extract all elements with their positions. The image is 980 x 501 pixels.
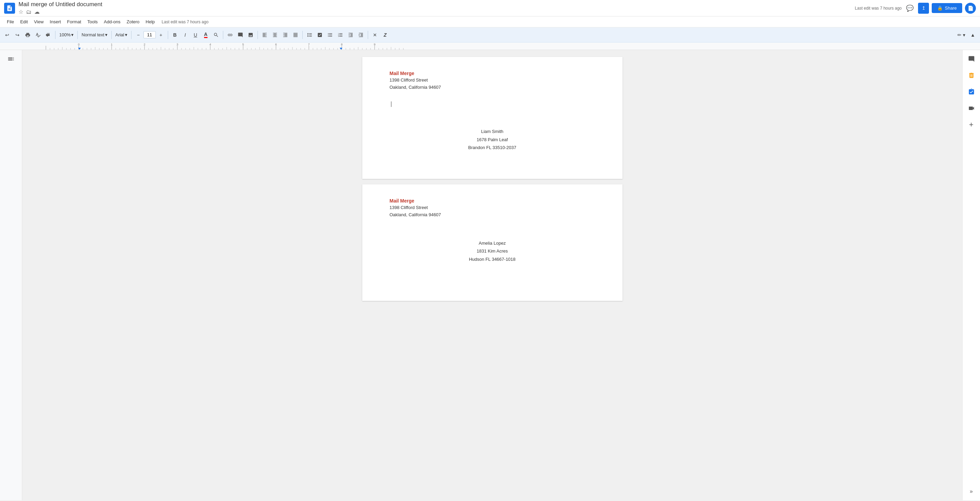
menu-format[interactable]: Format <box>64 18 84 26</box>
menu-tools[interactable]: Tools <box>84 18 100 26</box>
font-value: Arial <box>115 32 124 37</box>
italic-button[interactable]: I <box>181 30 190 40</box>
top-right-actions: Last edit was 7 hours ago 💬 ↥ 🔒 Share 📄 <box>855 3 976 14</box>
divider-7 <box>258 31 258 39</box>
align-right-button[interactable] <box>281 30 290 40</box>
spell-check-button[interactable] <box>33 30 43 40</box>
zoom-value: 100% <box>59 32 70 37</box>
menu-view[interactable]: View <box>31 18 46 26</box>
paragraph-style-value: Normal text <box>81 32 104 37</box>
app-icon[interactable] <box>4 3 15 14</box>
share-button[interactable]: 🔒 Share <box>932 3 962 13</box>
page2-sender-address-1: 1398 Clifford Street <box>390 204 595 211</box>
page2-recipient-name: Amelia Lopez <box>390 239 595 247</box>
title-icons: ☆ 🗂 ☁ <box>19 9 851 15</box>
print-button[interactable] <box>23 30 32 40</box>
page1-sender-address-1: 1398 Clifford Street <box>390 77 595 84</box>
main-layout: Mail Merge 1398 Clifford Street Oakland,… <box>0 50 980 500</box>
undo-button[interactable]: ↩ <box>3 30 12 40</box>
editing-mode-button[interactable]: ✏ ▾ <box>956 30 967 40</box>
paragraph-style-dropdown[interactable]: Normal text ▾ <box>80 30 108 40</box>
page2-sender-address-2: Oakland, California 94607 <box>390 211 595 219</box>
decrease-font-button[interactable]: − <box>134 30 143 40</box>
page1-sender-name: Mail Merge <box>390 70 595 76</box>
highlight-button[interactable] <box>212 30 221 40</box>
outline-icon[interactable] <box>5 53 17 65</box>
zoom-dropdown[interactable]: 100% ▾ <box>58 30 75 40</box>
indent-increase-button[interactable] <box>356 30 365 40</box>
menu-zotero[interactable]: Zotero <box>124 18 142 26</box>
divider-8 <box>302 31 303 39</box>
redo-button[interactable]: ↪ <box>13 30 22 40</box>
increase-font-button[interactable]: + <box>156 30 165 40</box>
doc-area: Mail Merge 1398 Clifford Street Oakland,… <box>22 50 962 500</box>
justify-button[interactable] <box>291 30 300 40</box>
ruler-canvas <box>0 43 980 50</box>
divider-4 <box>131 31 132 39</box>
page2-sender-name: Mail Merge <box>390 198 595 204</box>
drive-button[interactable]: ↥ <box>918 3 929 14</box>
top-bar: Mail merge of Untitled document ☆ 🗂 ☁ La… <box>0 0 980 16</box>
cloud-icon[interactable]: ☁ <box>34 9 40 15</box>
image-button[interactable] <box>246 30 255 40</box>
page-1: Mail Merge 1398 Clifford Street Oakland,… <box>362 57 622 179</box>
cursor <box>391 101 391 107</box>
line-spacing-button[interactable] <box>305 30 314 40</box>
folder-icon[interactable]: 🗂 <box>26 9 32 15</box>
spell-z-button[interactable]: Z <box>381 30 390 40</box>
align-center-button[interactable] <box>270 30 279 40</box>
tasks-sidebar-icon[interactable] <box>965 86 978 98</box>
page-2: Mail Merge 1398 Clifford Street Oakland,… <box>362 184 622 301</box>
bullet-list-button[interactable] <box>326 30 334 40</box>
align-left-button[interactable] <box>260 30 269 40</box>
share-label: Share <box>945 5 957 11</box>
divider-5 <box>168 31 168 39</box>
page1-recipient-name: Liam Smith <box>390 128 595 136</box>
font-size-area: − + <box>134 30 165 40</box>
menu-insert[interactable]: Insert <box>47 18 64 26</box>
divider-1 <box>55 31 56 39</box>
menu-bar: File Edit View Insert Format Tools Add-o… <box>0 16 980 27</box>
page2-recipient-address2: Hudson FL 34667-1018 <box>390 255 595 263</box>
meet-sidebar-icon[interactable] <box>965 102 978 115</box>
comments-sidebar-icon[interactable] <box>965 53 978 65</box>
bold-button[interactable]: B <box>170 30 180 40</box>
paint-format-button[interactable] <box>44 30 53 40</box>
menu-help[interactable]: Help <box>143 18 158 26</box>
underline-button[interactable]: U <box>191 30 200 40</box>
page1-recipient-address2: Brandon FL 33510-2037 <box>390 144 595 152</box>
toolbar-collapse-button[interactable]: ▲ <box>968 30 977 40</box>
menu-edit[interactable]: Edit <box>18 18 30 26</box>
comment-history-button[interactable]: 💬 <box>904 3 915 14</box>
star-icon[interactable]: ☆ <box>19 9 23 15</box>
page2-recipient: Amelia Lopez 1831 Kim Acres Hudson FL 34… <box>390 239 595 263</box>
page1-recipient-address1: 1678 Palm Leaf <box>390 136 595 144</box>
text-color-button[interactable]: A <box>201 30 210 40</box>
doc-title[interactable]: Mail merge of Untitled document <box>19 1 851 8</box>
zoom-chevron: ▾ <box>71 32 74 37</box>
keep-sidebar-icon[interactable] <box>965 69 978 81</box>
user-avatar[interactable]: 📄 <box>965 3 976 14</box>
checklist-button[interactable] <box>315 30 324 40</box>
font-size-input[interactable] <box>143 31 156 38</box>
page1-recipient: Liam Smith 1678 Palm Leaf Brandon FL 335… <box>390 128 595 152</box>
text-color-icon: A <box>204 32 207 38</box>
indent-decrease-button[interactable] <box>346 30 355 40</box>
divider-6 <box>223 31 223 39</box>
comment-button[interactable] <box>236 30 245 40</box>
numbered-list-button[interactable] <box>336 30 345 40</box>
menu-addons[interactable]: Add-ons <box>101 18 123 26</box>
divider-9 <box>368 31 368 39</box>
expand-sidebar-icon[interactable]: » <box>965 485 978 498</box>
sidebar-left <box>0 50 22 500</box>
divider-2 <box>77 31 78 39</box>
last-edit-menu: Last edit was 7 hours ago <box>162 19 208 24</box>
font-dropdown[interactable]: Arial ▾ <box>114 30 129 40</box>
menu-file[interactable]: File <box>4 18 17 26</box>
add-sidebar-icon[interactable]: + <box>965 118 978 131</box>
link-button[interactable] <box>226 30 235 40</box>
font-chevron: ▾ <box>125 32 127 37</box>
clear-format-button[interactable]: ✕ <box>371 30 379 40</box>
lock-icon: 🔒 <box>937 5 943 11</box>
toolbar-right: ✏ ▾ ▲ <box>956 30 977 40</box>
